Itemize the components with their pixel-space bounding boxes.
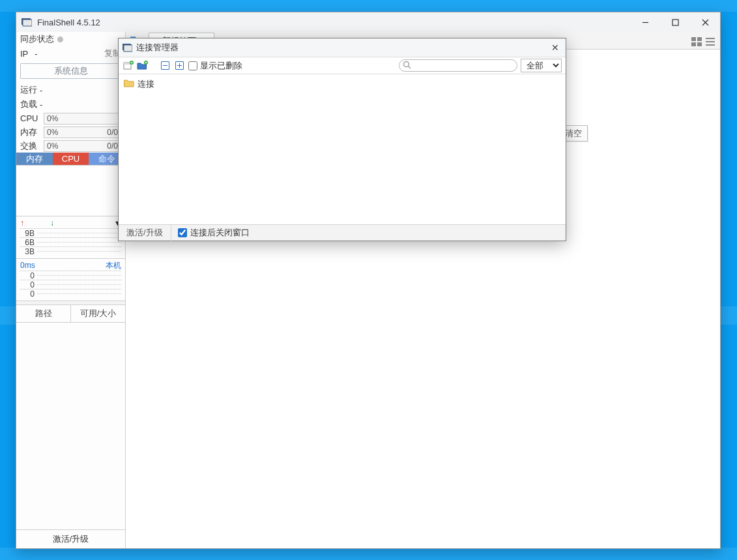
traffic-tick: 3B xyxy=(20,247,35,256)
new-folder-icon[interactable] xyxy=(137,60,148,71)
filter-select[interactable]: 全部 xyxy=(521,59,562,72)
storage-body xyxy=(16,323,125,529)
mem-bar: 0% 0/0 xyxy=(44,126,121,138)
sync-status-row: 同步状态 xyxy=(16,32,125,46)
sync-status-dot-icon xyxy=(57,37,63,42)
collapse-all-icon[interactable] xyxy=(160,60,171,71)
cpu-row: CPU 0% xyxy=(16,111,125,125)
close-after-connect-label: 连接后关闭窗口 xyxy=(190,227,250,239)
ip-row: IP - 复制 xyxy=(16,46,125,61)
arrow-down-icon: ↓ xyxy=(50,218,54,228)
ip-value: - xyxy=(35,49,37,59)
traffic-tick: 6B xyxy=(20,238,35,247)
ping-target[interactable]: 本机 xyxy=(106,260,121,271)
storage-col-size: 可用/大小 xyxy=(71,305,125,322)
new-connection-icon[interactable] xyxy=(123,60,134,71)
svg-rect-3 xyxy=(672,20,678,25)
ping-value: 0ms xyxy=(20,261,35,270)
dialog-toolbar: 显示已删除 全部 xyxy=(119,57,566,74)
swap-bar: 0% 0/0 xyxy=(44,140,121,152)
svg-rect-8 xyxy=(691,42,696,46)
window-close-button[interactable] xyxy=(690,12,720,32)
tree-root-item[interactable]: 连接 xyxy=(121,77,563,91)
grid-view-icon[interactable] xyxy=(691,37,702,49)
storage-col-path: 路径 xyxy=(16,305,71,322)
load-label: 负载 xyxy=(20,98,37,110)
traffic-tick: 9B xyxy=(20,229,35,238)
swap-right: 0/0 xyxy=(107,141,118,151)
load-value: - xyxy=(40,100,42,110)
sidebar: 同步状态 IP - 复制 系统信息 运行 - 负载 - CPU 0% xyxy=(16,32,126,548)
swap-row: 交换 0% 0/0 xyxy=(16,139,125,153)
mem-label: 内存 xyxy=(20,126,44,138)
dialog-activate-button[interactable]: 激活/升级 xyxy=(119,225,171,241)
mem-pct: 0% xyxy=(47,128,58,137)
ping-tick: 0 xyxy=(20,271,35,280)
mem-right: 0/0 xyxy=(107,128,118,137)
run-label: 运行 xyxy=(20,84,37,96)
seg-mem[interactable]: 内存 xyxy=(16,153,53,165)
segment-tabs: 内存 CPU 命令 xyxy=(16,153,125,165)
svg-rect-11 xyxy=(706,41,715,42)
storage-header: 路径 可用/大小 xyxy=(16,304,125,323)
close-after-connect-checkbox[interactable] xyxy=(178,228,187,237)
traffic-chart: ↑ ↓ ▼ 9B 6B 3B xyxy=(16,216,125,258)
dialog-app-icon xyxy=(123,44,132,52)
dialog-title: 连接管理器 xyxy=(136,42,549,53)
show-deleted-checkbox[interactable] xyxy=(188,61,197,70)
folder-icon xyxy=(124,79,134,89)
window-maximize-button[interactable] xyxy=(660,12,690,32)
svg-rect-6 xyxy=(691,37,696,41)
titlebar: FinalShell 4.5.12 xyxy=(16,12,720,32)
svg-rect-7 xyxy=(697,37,702,41)
search-icon xyxy=(403,61,411,71)
app-title: FinalShell 4.5.12 xyxy=(37,18,630,27)
connection-manager-dialog: 连接管理器 ✕ 显示已删除 全部 连接 xyxy=(118,38,566,241)
list-view-icon[interactable] xyxy=(706,37,715,49)
seg-cpu[interactable]: CPU xyxy=(53,153,89,165)
expand-all-icon[interactable] xyxy=(174,60,185,71)
sidebar-activate-button[interactable]: 激活/升级 xyxy=(16,529,125,548)
show-deleted-label: 显示已删除 xyxy=(200,60,242,72)
search-input[interactable] xyxy=(399,59,517,72)
mem-row: 内存 0% 0/0 xyxy=(16,125,125,139)
cpu-pct: 0% xyxy=(47,114,58,123)
dialog-footer: 激活/升级 连接后关闭窗口 xyxy=(119,224,566,241)
svg-line-20 xyxy=(409,66,411,69)
ping-tick: 0 xyxy=(20,289,35,299)
ping-chart: 0ms 本机 0 0 0 xyxy=(16,258,125,301)
ip-label: IP xyxy=(20,49,28,59)
cpu-bar: 0% xyxy=(44,113,121,125)
sync-status-label: 同步状态 xyxy=(20,33,54,45)
dialog-close-button[interactable]: ✕ xyxy=(549,42,562,53)
dialog-body: 连接 xyxy=(119,74,566,224)
dialog-titlebar: 连接管理器 ✕ xyxy=(119,38,566,57)
process-pane xyxy=(16,165,125,216)
cpu-label: CPU xyxy=(20,113,44,123)
load-row: 负载 - xyxy=(16,97,125,111)
svg-rect-1 xyxy=(23,20,32,26)
app-icon xyxy=(22,18,32,27)
tree-root-label: 连接 xyxy=(137,78,154,90)
svg-point-19 xyxy=(404,62,409,67)
swap-pct: 0% xyxy=(47,141,58,151)
svg-rect-9 xyxy=(697,42,702,46)
run-row: 运行 - xyxy=(16,83,125,97)
window-minimize-button[interactable] xyxy=(630,12,660,32)
run-value: - xyxy=(40,85,42,95)
system-info-button[interactable]: 系统信息 xyxy=(20,63,121,79)
arrow-up-icon: ↑ xyxy=(20,218,24,228)
svg-rect-14 xyxy=(124,45,132,52)
ping-tick: 0 xyxy=(20,280,35,289)
svg-rect-12 xyxy=(706,44,715,46)
svg-rect-10 xyxy=(706,38,715,39)
swap-label: 交换 xyxy=(20,140,44,152)
